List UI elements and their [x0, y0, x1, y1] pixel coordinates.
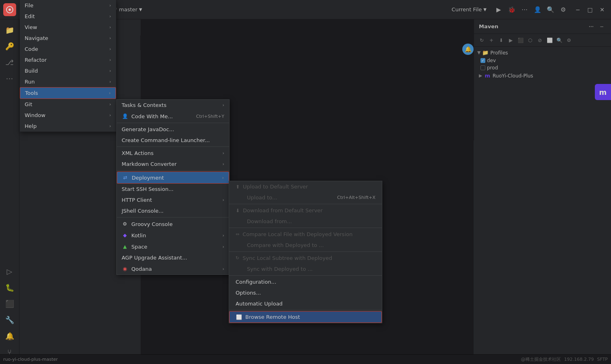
submenu-xmlactions[interactable]: XML Actions › — [117, 148, 229, 159]
compare-deployed-label: Compare with Deployed to ... — [247, 242, 324, 248]
menu-item-view[interactable]: View › — [20, 22, 116, 33]
run-chevron-icon: › — [110, 79, 111, 84]
compare-local-label: Compare Local File with Deployed Version — [242, 231, 352, 237]
qodana-label: Qodana — [131, 266, 152, 272]
menu-item-run[interactable]: Run › — [20, 76, 116, 87]
edit-chevron-icon: › — [110, 14, 111, 19]
submenu-qodana[interactable]: ◉ Qodana › — [117, 263, 229, 274]
submenu-jshell[interactable]: JShell Console... — [117, 205, 229, 216]
submenu-tasks[interactable]: Tasks & Contexts › — [117, 100, 229, 111]
menu-item-refactor[interactable]: Refactor › — [20, 54, 116, 65]
jshell-label: JShell Console... — [122, 208, 164, 214]
download-default-icon: ⬇ — [236, 208, 240, 213]
depl-configuration[interactable]: Configuration... — [229, 276, 382, 287]
submenu-ssh[interactable]: Start SSH Session... — [117, 184, 229, 195]
auto-upload-label: Automatic Upload — [236, 301, 282, 307]
depl-sync-deployed: Sync with Deployed to ... — [229, 264, 382, 274]
browse-remote-label: Browse Remote Host — [245, 314, 300, 320]
help-chevron-icon: › — [110, 123, 111, 129]
submenu-groovy[interactable]: ⚙ Groovy Console — [117, 218, 229, 230]
menu-item-git[interactable]: Git › — [20, 99, 116, 110]
submenu-agp[interactable]: AGP Upgrade Assistant... — [117, 252, 229, 263]
menu-label-edit: Edit — [25, 13, 35, 19]
ssh-label: Start SSH Session... — [122, 186, 173, 192]
space-label: Space — [131, 244, 147, 250]
kotlin-chevron-icon: › — [223, 233, 224, 238]
httpclient-label: HTTP Client — [122, 197, 152, 203]
depl-download-from: Download from... — [229, 216, 382, 227]
depl-sep-5 — [229, 310, 382, 310]
menu-item-window[interactable]: Window › — [20, 110, 116, 121]
deployment-chevron-icon: › — [222, 175, 224, 180]
submenu-cmdlauncher[interactable]: Create Command-line Launcher... — [117, 135, 229, 146]
file-chevron-icon: › — [110, 3, 111, 8]
refactor-chevron-icon: › — [110, 57, 111, 63]
tasks-chevron-icon: › — [223, 103, 224, 108]
menu-item-file[interactable]: File › — [20, 0, 116, 11]
qodana-icon: ◉ — [122, 266, 128, 272]
submenu-kotlin[interactable]: ◆ Kotlin › — [117, 230, 229, 241]
tools-submenu: Tasks & Contexts › 👤 Code With Me... Ctr… — [116, 99, 230, 275]
submenu-javadoc[interactable]: Generate JavaDoc... — [117, 124, 229, 135]
menu-label-navigate: Navigate — [25, 35, 48, 41]
space-chevron-icon: › — [223, 244, 224, 249]
deployment-submenu: ⬆ Upload to Default Server Upload to... … — [229, 181, 382, 323]
menu-label-help: Help — [25, 123, 37, 129]
build-chevron-icon: › — [110, 68, 111, 73]
tools-chevron-icon: › — [109, 90, 111, 96]
depl-upload-to: Upload to... Ctrl+Alt+Shift+X — [229, 192, 382, 203]
configuration-label: Configuration... — [236, 279, 276, 285]
qodana-chevron-icon: › — [223, 266, 224, 272]
browse-remote-icon: ⬜ — [236, 314, 242, 320]
codewithme-shortcut: Ctrl+Shift+Y — [196, 114, 224, 119]
upload-to-label: Upload to... — [247, 195, 277, 201]
submenu-sep-3 — [117, 170, 229, 171]
depl-sep-1 — [229, 204, 382, 204]
depl-compare-local: ⇔ Compare Local File with Deployed Versi… — [229, 229, 382, 240]
kotlin-icon: ◆ — [122, 232, 128, 238]
depl-download-default: ⬇ Download from Default Server — [229, 205, 382, 216]
download-default-label: Download from Default Server — [243, 207, 322, 213]
httpclient-chevron-icon: › — [223, 197, 224, 203]
depl-sep-4 — [229, 275, 382, 276]
kotlin-label: Kotlin — [131, 232, 146, 238]
agp-label: AGP Upgrade Assistant... — [122, 255, 187, 261]
submenu-sep-4 — [117, 217, 229, 218]
submenu-codewithme[interactable]: 👤 Code With Me... Ctrl+Shift+Y — [117, 111, 229, 122]
xmlactions-label: XML Actions — [122, 150, 154, 156]
sync-deployed-label: Sync with Deployed to ... — [247, 266, 313, 272]
git-chevron-icon: › — [110, 102, 111, 107]
upload-default-icon: ⬆ — [236, 184, 240, 190]
menu-label-tools: Tools — [25, 90, 38, 96]
menu-item-navigate[interactable]: Navigate › — [20, 33, 116, 44]
navigate-chevron-icon: › — [110, 36, 111, 41]
view-chevron-icon: › — [110, 25, 111, 30]
groovy-label: Groovy Console — [131, 221, 173, 227]
groovy-icon: ⚙ — [122, 221, 128, 227]
submenu-markdown[interactable]: Markdown Converter › — [117, 159, 229, 169]
menu-item-build[interactable]: Build › — [20, 65, 116, 76]
depl-sep-2 — [229, 228, 382, 228]
sync-local-icon: ↻ — [236, 255, 239, 261]
options-label: Options... — [236, 290, 261, 296]
depl-sep-3 — [229, 251, 382, 252]
menu-item-tools[interactable]: Tools › — [20, 87, 116, 99]
menu-item-help[interactable]: Help › — [20, 121, 116, 132]
menu-item-code[interactable]: Code › — [20, 44, 116, 54]
depl-options[interactable]: Options... — [229, 287, 382, 298]
depl-browse-remote[interactable]: ⬜ Browse Remote Host — [229, 311, 382, 323]
code-chevron-icon: › — [110, 46, 111, 52]
submenu-space[interactable]: ▲ Space › — [117, 241, 229, 252]
depl-auto-upload[interactable]: Automatic Upload — [229, 298, 382, 309]
markdown-label: Markdown Converter — [122, 161, 177, 167]
compare-local-icon: ⇔ — [236, 232, 239, 237]
menu-item-edit[interactable]: Edit › — [20, 11, 116, 22]
menu-label-view: View — [25, 24, 37, 30]
javadoc-label: Generate JavaDoc... — [122, 126, 174, 132]
download-from-label: Download from... — [247, 218, 292, 224]
window-chevron-icon: › — [110, 113, 111, 118]
upload-to-shortcut: Ctrl+Alt+Shift+X — [337, 195, 375, 200]
sync-local-label: Sync Local Subtree with Deployed — [242, 255, 332, 261]
submenu-deployment[interactable]: ⇄ Deployment › — [117, 172, 229, 184]
submenu-httpclient[interactable]: HTTP Client › — [117, 195, 229, 205]
